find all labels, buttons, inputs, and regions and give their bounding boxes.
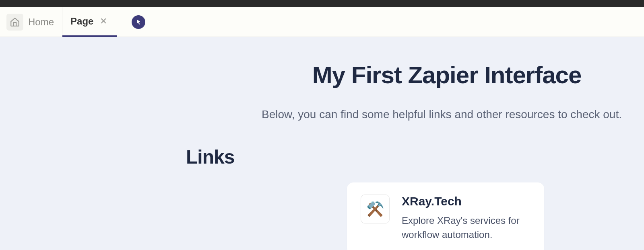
link-title: XRay.Tech [402,195,530,208]
tab-home[interactable]: Home [0,7,62,37]
tab-page-label: Page [70,16,93,27]
browser-chrome-bar [0,0,644,7]
home-icon [6,14,23,31]
tab-home-label: Home [28,16,54,28]
tab-bar: Home Page ✕ [0,7,644,37]
link-description: Explore XRay's services for workflow aut… [402,214,530,242]
hammer-pick-icon: ⚒️ [361,195,390,223]
page-subtitle: Below, you can find some helpful links a… [262,108,644,121]
page-title: My First Zapier Interface [250,61,644,89]
tab-page[interactable]: Page ✕ [62,7,117,37]
page-content: My First Zapier Interface Below, you can… [0,37,644,250]
link-content: XRay.Tech Explore XRay's services for wo… [402,195,530,242]
cursor-icon [132,15,145,29]
link-card[interactable]: ⚒️ XRay.Tech Explore XRay's services for… [347,182,544,250]
close-icon[interactable]: ✕ [98,17,109,26]
tab-add[interactable] [117,7,160,37]
links-section: Links ⚒️ XRay.Tech Explore XRay's servic… [186,146,644,250]
links-heading: Links [186,146,644,168]
